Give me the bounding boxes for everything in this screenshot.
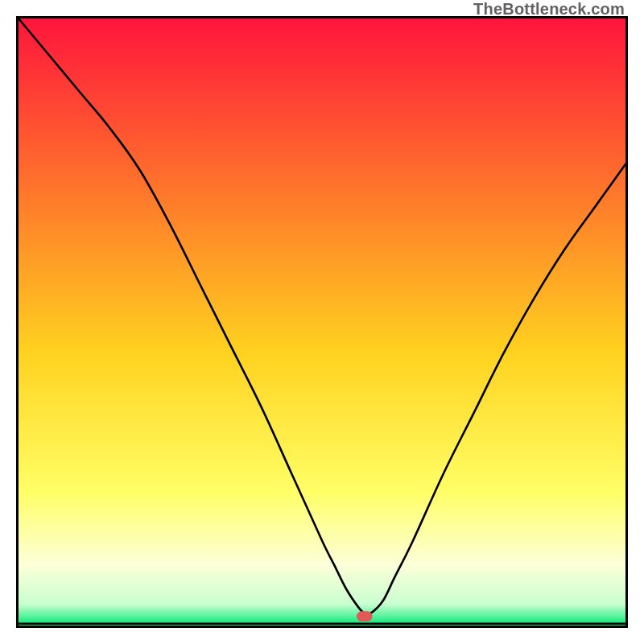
plot-area <box>16 16 628 628</box>
curve-layer <box>19 19 625 625</box>
chart-container: { "watermark": "TheBottleneck.com", "col… <box>0 0 644 644</box>
minimum-marker <box>357 611 373 621</box>
bottleneck-curve <box>19 19 625 614</box>
